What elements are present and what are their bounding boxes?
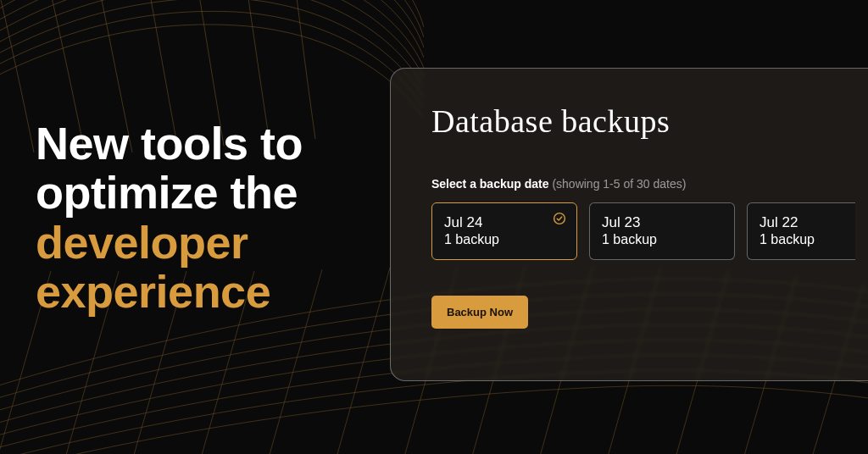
check-circle-icon [553,212,566,229]
backup-card-jul-23[interactable]: Jul 23 1 backup [589,202,735,260]
backup-card-jul-24[interactable]: Jul 24 1 backup [431,202,577,260]
backup-cards: Jul 24 1 backup Jul 23 1 backup Jul 22 1… [431,202,857,260]
card-date: Jul 24 [444,213,565,231]
hero-line-4: experience [36,267,303,316]
hero-line-1: New tools to [36,119,303,168]
subhead: Select a backup date (showing 1-5 of 30 … [431,177,857,191]
card-date: Jul 22 [760,213,843,231]
panel-title: Database backups [431,102,857,140]
backups-panel: Database backups Select a backup date (s… [390,68,868,381]
subhead-muted: (showing 1-5 of 30 dates) [552,177,686,191]
subhead-bold: Select a backup date [431,177,549,191]
backup-card-jul-22[interactable]: Jul 22 1 backup [747,202,855,260]
card-count: 1 backup [602,231,722,249]
card-date: Jul 23 [602,213,722,231]
hero-line-3: developer [36,218,303,267]
card-count: 1 backup [444,231,565,249]
hero-line-2: optimize the [36,168,303,217]
hero-headline: New tools to optimize the developer expe… [36,119,303,316]
card-count: 1 backup [760,231,843,249]
backup-now-button[interactable]: Backup Now [431,296,528,329]
